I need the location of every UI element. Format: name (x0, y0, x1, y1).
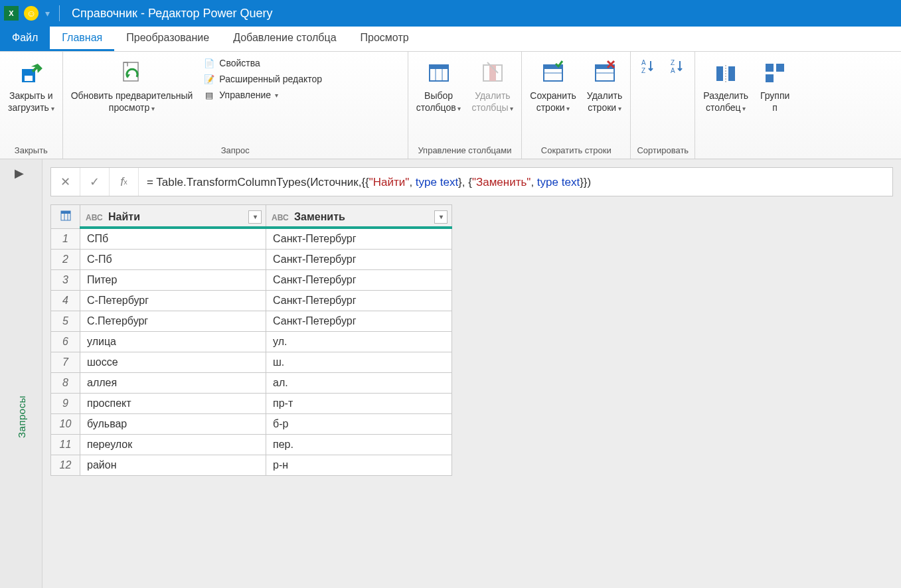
cell-find[interactable]: С-Пб (80, 250, 266, 270)
row-number[interactable]: 10 (51, 414, 80, 435)
cell-replace[interactable]: Санкт-Петербург (266, 229, 452, 250)
svg-text:A: A (641, 59, 646, 66)
sidebar-expand-icon[interactable]: ▶ (15, 166, 24, 181)
smiley-icon[interactable]: ☺ (24, 6, 39, 21)
cell-find[interactable]: район (80, 455, 266, 476)
remove-columns-button[interactable]: Удалить столбцы (467, 54, 517, 116)
table-row[interactable]: 2С-ПбСанкт-Петербург (51, 250, 452, 270)
tab-transform[interactable]: Преобразование (114, 27, 221, 51)
cell-find[interactable]: улица (80, 332, 266, 352)
sort-asc-button[interactable]: AZ (635, 54, 661, 80)
choose-columns-button[interactable]: Выбор столбцов (412, 54, 465, 116)
cell-replace[interactable]: Санкт-Петербург (266, 270, 452, 291)
cell-find[interactable]: СПб (80, 229, 266, 250)
cell-find[interactable]: проспект (80, 394, 266, 414)
row-number[interactable]: 8 (51, 373, 80, 394)
manage-label: Управление (219, 90, 271, 100)
table-row[interactable]: 7шоссеш. (51, 352, 452, 373)
formula-cancel-button[interactable]: ✕ (51, 168, 80, 196)
cell-replace[interactable]: пр-т (266, 394, 452, 414)
tab-view[interactable]: Просмотр (349, 27, 421, 51)
formula-type1a: type (416, 176, 437, 188)
table-row[interactable]: 4С-ПетербургСанкт-Петербург (51, 291, 452, 311)
ribbon-group-columns: Выбор столбцов Удалить столбцы Управлени… (408, 52, 523, 159)
table-row[interactable]: 6улицаул. (51, 332, 452, 352)
cell-replace[interactable]: б-р (266, 414, 452, 435)
cell-find[interactable]: переулок (80, 435, 266, 455)
cell-replace[interactable]: Санкт-Петербург (266, 311, 452, 332)
keep-rows-button[interactable]: Сохранить строки (526, 54, 580, 116)
table-row[interactable]: 9проспектпр-т (51, 394, 452, 414)
split-group-label (699, 143, 795, 157)
formula-mid2: }, { (458, 176, 472, 188)
qat-dropdown-icon[interactable]: ▾ (45, 8, 50, 19)
row-number[interactable]: 3 (51, 270, 80, 291)
cell-replace[interactable]: Санкт-Петербург (266, 291, 452, 311)
sort-group-label: Сортировать (635, 143, 691, 157)
sidebar-label[interactable]: Запросы (15, 396, 27, 438)
row-number[interactable]: 2 (51, 250, 80, 270)
table-row[interactable]: 11переулокпер. (51, 435, 452, 455)
split-column-label: Разделить столбец (703, 90, 748, 113)
cell-replace[interactable]: ул. (266, 332, 452, 352)
split-column-button[interactable]: Разделить столбец (699, 54, 752, 116)
query-group-label: Запрос (67, 143, 404, 157)
cell-find[interactable]: бульвар (80, 414, 266, 435)
tab-home[interactable]: Главная (50, 27, 114, 51)
cell-find[interactable]: аллея (80, 373, 266, 394)
formula-type1b: text (440, 176, 458, 188)
row-number[interactable]: 4 (51, 291, 80, 311)
tab-add-column[interactable]: Добавление столбца (221, 27, 348, 51)
col2-name: Заменить (294, 211, 345, 222)
row-number[interactable]: 6 (51, 332, 80, 352)
cell-replace[interactable]: пер. (266, 435, 452, 455)
formula-str1: "Найти" (369, 176, 410, 188)
cell-replace[interactable]: р-н (266, 455, 452, 476)
cell-find[interactable]: С.Петербург (80, 311, 266, 332)
table-row[interactable]: 1СПбСанкт-Петербург (51, 229, 452, 250)
row-number[interactable]: 5 (51, 311, 80, 332)
table-row[interactable]: 10бульварб-р (51, 414, 452, 435)
column-header-find[interactable]: AВС Найти ▾ (80, 205, 266, 229)
refresh-preview-label: Обновить предварительный просмотр (71, 90, 193, 113)
tab-file[interactable]: Файл (0, 27, 50, 51)
manage-button[interactable]: ▤ Управление (202, 88, 323, 102)
group-by-button[interactable]: Группи п (755, 54, 795, 116)
table-row[interactable]: 5С.ПетербургСанкт-Петербург (51, 311, 452, 332)
row-number[interactable]: 11 (51, 435, 80, 455)
cell-find[interactable]: С-Петербург (80, 291, 266, 311)
row-number[interactable]: 12 (51, 455, 80, 476)
titlebar: X ☺ ▾ Справочник - Редактор Power Query (0, 0, 901, 27)
window-title: Справочник - Редактор Power Query (72, 7, 273, 21)
col1-filter-button[interactable]: ▾ (248, 210, 262, 224)
col1-accent (80, 226, 266, 229)
formula-accept-button[interactable]: ✓ (80, 168, 110, 196)
table-row[interactable]: 8аллеяал. (51, 373, 452, 394)
close-and-load-button[interactable]: Закрыть и загрузить (4, 54, 58, 116)
properties-button[interactable]: 📄 Свойства (202, 56, 323, 70)
formula-text[interactable]: = Table.TransformColumnTypes(Источник,{{… (139, 175, 892, 189)
cell-find[interactable]: шоссе (80, 352, 266, 373)
col1-name: Найти (108, 211, 140, 222)
remove-rows-button[interactable]: Удалить строки (583, 54, 626, 116)
row-number[interactable]: 9 (51, 394, 80, 414)
cell-replace[interactable]: ш. (266, 352, 452, 373)
row-number[interactable]: 7 (51, 352, 80, 373)
table-row[interactable]: 3ПитерСанкт-Петербург (51, 270, 452, 291)
formula-fx-icon[interactable]: fx (110, 168, 139, 196)
row-number[interactable]: 1 (51, 229, 80, 250)
advanced-editor-button[interactable]: 📝 Расширенный редактор (202, 72, 323, 86)
col2-filter-button[interactable]: ▾ (434, 210, 448, 224)
cell-find[interactable]: Питер (80, 270, 266, 291)
refresh-preview-button[interactable]: Обновить предварительный просмотр (67, 54, 197, 116)
column-header-replace[interactable]: AВС Заменить ▾ (266, 205, 452, 229)
cell-replace[interactable]: ал. (266, 373, 452, 394)
table-corner[interactable] (51, 205, 80, 229)
formula-type2a: type (537, 176, 558, 188)
sort-desc-button[interactable]: ZA (664, 54, 691, 80)
table-row[interactable]: 12районр-н (51, 455, 452, 476)
svg-rect-28 (766, 74, 774, 82)
cell-replace[interactable]: Санкт-Петербург (266, 250, 452, 270)
close-group-label: Закрыть (4, 143, 58, 157)
svg-rect-23 (716, 66, 723, 81)
